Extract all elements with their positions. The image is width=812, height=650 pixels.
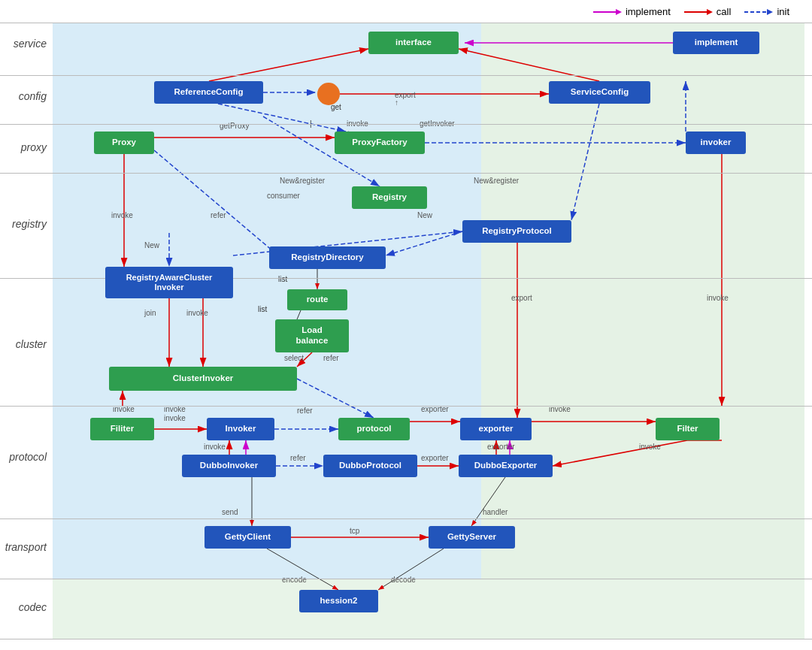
box-registry-directory: RegistryDirectory: [269, 246, 386, 269]
legend-implement: implement: [593, 6, 671, 17]
box-service-config: ServiceConfig: [549, 81, 650, 104]
legend: implement call init: [593, 6, 789, 17]
svg-marker-3: [707, 9, 713, 15]
box-registry-protocol: RegistryProtocol: [462, 220, 571, 243]
box-protocol: protocol: [338, 418, 410, 440]
box-dubbo-invoker: DubboInvoker: [182, 455, 276, 477]
layer-label-registry: registry: [0, 218, 53, 230]
box-route: route: [287, 289, 347, 310]
legend-implement-label: implement: [626, 6, 671, 17]
box-dubbo-protocol: DubboProtocol: [323, 455, 417, 477]
legend-init: init: [744, 6, 789, 17]
box-filter-right: Filter: [656, 418, 720, 440]
box-invoker-right: invoker: [686, 132, 746, 154]
layer-label-config: config: [0, 90, 53, 102]
circle-consumer: [317, 83, 340, 105]
box-implement: implement: [673, 32, 759, 54]
svg-marker-5: [767, 9, 773, 15]
layer-label-codec: codec: [0, 601, 53, 613]
box-proxy: Proxy: [94, 132, 154, 154]
box-interface: interface: [368, 32, 459, 54]
box-reference-config: ReferenceConfig: [154, 81, 263, 104]
box-hession2: hession2: [299, 590, 378, 612]
layer-label-proxy: proxy: [0, 141, 53, 153]
box-cluster-invoker: ClusterInvoker: [109, 367, 297, 391]
box-proxy-factory: ProxyFactory: [335, 132, 425, 154]
layer-label-transport: transport: [0, 541, 53, 553]
legend-init-label: init: [777, 6, 789, 17]
svg-marker-1: [616, 9, 622, 15]
layer-label-cluster: cluster: [0, 338, 53, 350]
layer-label-protocol: protocol: [0, 451, 53, 463]
box-registry: Registry: [352, 186, 427, 209]
box-exporter: exporter: [460, 418, 532, 440]
box-load-balance: Loadbalance: [275, 319, 349, 352]
box-registry-aware-cluster: RegistryAwareClusterInvoker: [105, 267, 233, 298]
box-filter-left: Filiter: [90, 418, 154, 440]
box-dubbo-exporter: DubboExporter: [459, 455, 553, 477]
box-getty-client: GettyClient: [205, 526, 291, 549]
box-invoker-mid: Invoker: [207, 418, 274, 440]
legend-call-label: call: [717, 6, 732, 17]
legend-call: call: [684, 6, 732, 17]
layer-label-service: service: [0, 38, 53, 50]
box-getty-server: GettyServer: [429, 526, 515, 549]
diagram-container: service config proxy registry cluster pr…: [0, 0, 812, 650]
